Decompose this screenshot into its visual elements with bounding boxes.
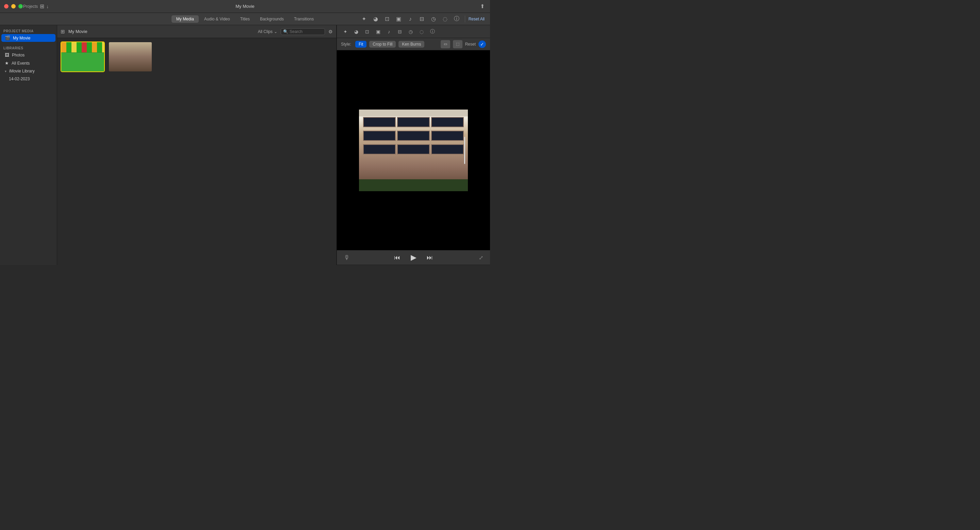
play-button[interactable]: ▶: [408, 252, 419, 263]
style-crop-to-fill-button[interactable]: Crop to Fill: [369, 41, 396, 48]
window: [363, 144, 396, 154]
windows-row-1: [359, 117, 468, 127]
film-icon: 🎬: [5, 35, 10, 40]
window: [363, 131, 396, 141]
skip-back-icon: ⏮: [394, 254, 400, 261]
crop-indicator: [464, 137, 465, 164]
audio-button[interactable]: ♪: [406, 14, 415, 24]
color-icon-btn[interactable]: ◕: [352, 27, 361, 36]
window-title: My Movie: [235, 4, 255, 9]
chevron-down-icon: ▾: [5, 70, 6, 73]
window: [397, 144, 430, 154]
close-button[interactable]: [4, 4, 8, 8]
browser-panel: ⊞ My Movie All Clips ⌄ 🔍 ⚙: [57, 25, 337, 265]
color-wheel-button[interactable]: ◕: [371, 14, 380, 24]
camera-icon-btn[interactable]: ▣: [374, 27, 382, 36]
tab-transitions[interactable]: Transitions: [289, 15, 318, 23]
search-input[interactable]: [290, 29, 323, 34]
eq-icon-btn[interactable]: ⊟: [395, 27, 404, 36]
info-button[interactable]: ⓘ: [452, 14, 461, 24]
main-toolbar: My Media Audio & Video Titles Background…: [0, 13, 490, 25]
crop-button[interactable]: ⊡: [382, 14, 392, 24]
sort-icon[interactable]: ↓: [46, 4, 49, 9]
project-media-section: PROJECT MEDIA: [0, 28, 57, 34]
chevron-left-icon: ‹: [21, 4, 22, 9]
layout-icon[interactable]: ⊞: [40, 3, 44, 10]
sidebar-toggle-button[interactable]: ⊞: [60, 29, 65, 35]
skip-forward-button[interactable]: ⏭: [424, 252, 435, 263]
noise-reduction-button[interactable]: ◌: [440, 14, 450, 24]
panels-row: ⊞ My Movie All Clips ⌄ 🔍 ⚙: [57, 25, 490, 265]
window: [397, 131, 430, 141]
crop-style-bar: Style: Fit Crop to Fill Ken Burns ▭ ⬚ Re…: [337, 38, 490, 50]
inspector-toolbar: ✦ ◕ ⊡ ▣ ♪ ⊟ ◷ ◌ ⓘ: [337, 25, 490, 38]
tab-titles[interactable]: Titles: [235, 15, 255, 23]
sidebar-item-all-events[interactable]: ★ All Events: [2, 59, 56, 67]
filter-chevron-icon: ⌄: [274, 29, 277, 34]
browser-settings-button[interactable]: ⚙: [328, 29, 333, 34]
search-icon: 🔍: [283, 29, 288, 34]
sidebar-item-date[interactable]: 14-02-2023: [2, 75, 56, 83]
titlebar: ‹ Projects ⊞ ↓ My Movie ⬆: [0, 0, 490, 13]
share-button-area[interactable]: ⬆: [480, 3, 485, 10]
building-thumbnail: [109, 42, 152, 71]
checkmark-icon: ✓: [480, 41, 484, 47]
preview-frame: [359, 109, 468, 191]
clip-building[interactable]: [108, 41, 153, 72]
speed-icon-btn[interactable]: ◷: [406, 27, 415, 36]
toolbar-divider: [465, 16, 465, 22]
speed-button[interactable]: ◷: [429, 14, 438, 24]
camera-button[interactable]: ▣: [394, 14, 404, 24]
tab-my-media[interactable]: My Media: [172, 15, 199, 23]
video-preview: [337, 50, 490, 250]
sidebar-item-my-movie[interactable]: 🎬 My Movie: [2, 34, 56, 42]
crop-confirm-button[interactable]: ✓: [479, 40, 486, 48]
tab-backgrounds[interactable]: Backgrounds: [255, 15, 288, 23]
equalizer-button[interactable]: ⊟: [417, 14, 427, 24]
titlebar-nav: ‹ Projects ⊞ ↓: [21, 3, 49, 10]
minimize-button[interactable]: [11, 4, 16, 8]
windows-row-2: [359, 131, 468, 141]
inspector-icons: ✦ ◕ ⊡ ▣ ♪ ⊟ ◷ ◌ ⓘ: [341, 27, 437, 36]
playback-controls: 🎙 ⏮ ▶ ⏭ ⤢: [337, 250, 490, 265]
crop-view-icon-2: ⬚: [456, 42, 460, 46]
events-icon: ★: [5, 60, 9, 66]
window: [431, 144, 464, 154]
clip-green-screen[interactable]: [60, 41, 105, 72]
roof: [359, 109, 468, 116]
building-thumb-content: [109, 42, 152, 71]
info-icon-btn[interactable]: ⓘ: [428, 27, 437, 36]
reset-all-button[interactable]: Reset All: [469, 17, 485, 21]
right-side: ✦ ◕ ⊡ ▣ ♪ ⊟ ◷ ◌ ⓘ Style: Fit Crop to Fil…: [337, 25, 490, 265]
filter-label: All Clips: [258, 29, 272, 34]
fullscreen-button[interactable]: ⤢: [479, 254, 483, 261]
browser-title: My Movie: [68, 29, 255, 34]
browser-header: ⊞ My Movie All Clips ⌄ 🔍 ⚙: [57, 25, 336, 38]
crop-actions: ▭ ⬚ Reset ✓: [441, 40, 486, 48]
crop-view-button-1[interactable]: ▭: [441, 40, 450, 48]
main-layout: PROJECT MEDIA 🎬 My Movie LIBRARIES 🖼 Pho…: [0, 25, 490, 265]
window-controls: [4, 4, 23, 8]
style-ken-burns-button[interactable]: Ken Burns: [398, 41, 424, 48]
audio-icon-btn[interactable]: ♪: [385, 27, 393, 36]
crop-reset-button[interactable]: Reset: [465, 42, 476, 47]
magic-wand-button[interactable]: ✦: [360, 14, 369, 24]
window: [363, 117, 396, 127]
all-events-label: All Events: [11, 61, 30, 66]
projects-button[interactable]: ‹ Projects: [21, 4, 38, 9]
enhance-icon-btn[interactable]: ✦: [341, 27, 350, 36]
microphone-button[interactable]: 🎙: [344, 254, 350, 261]
sidebar-item-imovie-library[interactable]: ▾ iMovie Library: [2, 67, 56, 75]
style-fit-button[interactable]: Fit: [355, 41, 366, 48]
noise-icon-btn[interactable]: ◌: [417, 27, 426, 36]
date-folder-label: 14-02-2023: [9, 76, 30, 81]
share-icon[interactable]: ⬆: [480, 3, 485, 9]
crop-view-icon-1: ▭: [444, 42, 447, 46]
sidebar-item-photos[interactable]: 🖼 Photos: [2, 51, 56, 59]
vegetation: [359, 179, 468, 191]
clip-filter-dropdown[interactable]: All Clips ⌄: [258, 29, 277, 34]
skip-back-button[interactable]: ⏮: [392, 252, 402, 263]
crop-icon-btn[interactable]: ⊡: [363, 27, 372, 36]
crop-view-button-2[interactable]: ⬚: [453, 40, 463, 48]
tab-audio-video[interactable]: Audio & Video: [199, 15, 235, 23]
